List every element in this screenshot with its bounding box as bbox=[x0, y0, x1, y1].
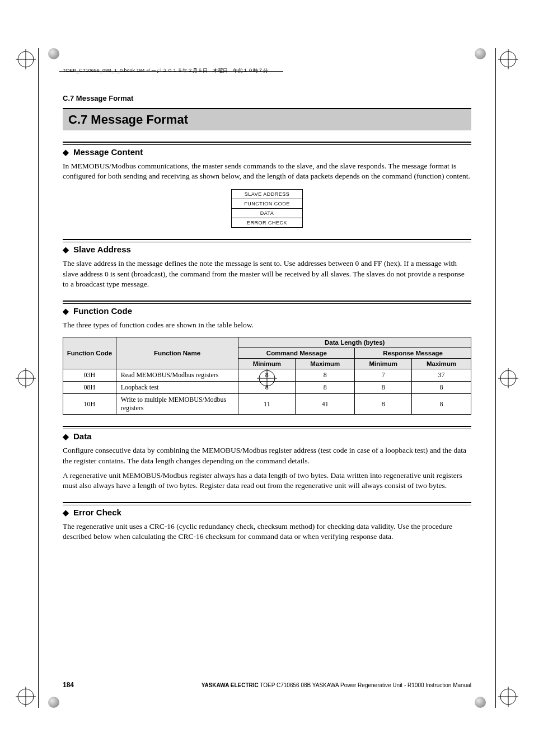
cell-cmin: 11 bbox=[238, 394, 296, 415]
subsection-title: Slave Address bbox=[73, 245, 131, 254]
cell-rmax: 37 bbox=[412, 369, 471, 382]
subsection-heading: ◆ Slave Address bbox=[63, 245, 471, 254]
th-response-message: Response Message bbox=[355, 348, 471, 359]
th-minimum: Minimum bbox=[355, 359, 412, 369]
book-meta-header: TOEP_C710656_08B_1_0.book 184 ページ ２０１５年２… bbox=[63, 67, 268, 74]
cell-name: Write to multiple MEMOBUS/Modbus registe… bbox=[116, 394, 238, 415]
crop-mark-icon bbox=[498, 49, 518, 69]
crop-mark-icon bbox=[16, 368, 36, 388]
th-function-code: Function Code bbox=[63, 337, 116, 369]
function-code-table: Function Code Function Name Data Length … bbox=[63, 337, 471, 415]
rule-divider bbox=[63, 142, 471, 145]
body-text: The regenerative unit uses a CRC-16 (cyc… bbox=[63, 522, 471, 542]
cell-code: 08H bbox=[63, 382, 116, 394]
diamond-icon: ◆ bbox=[63, 307, 69, 316]
diamond-icon: ◆ bbox=[63, 508, 69, 517]
cell-rmin: 8 bbox=[355, 394, 412, 415]
footer-desc: TOEP C710656 08B YASKAWA Power Regenerat… bbox=[259, 682, 471, 688]
th-command-message: Command Message bbox=[238, 348, 355, 359]
table-row: 08H Loopback test 8 8 8 8 bbox=[63, 382, 471, 394]
body-text: The three types of function codes are sh… bbox=[63, 320, 471, 330]
book-meta-text: TOEP_C710656_08B_1_0.book 184 ページ ２０１５年２… bbox=[63, 68, 268, 73]
cell-name: Read MEMOBUS/Modbus registers bbox=[116, 369, 238, 382]
cell-cmax: 41 bbox=[296, 394, 355, 415]
cell-rmin: 7 bbox=[355, 369, 412, 382]
table-row: 10H Write to multiple MEMOBUS/Modbus reg… bbox=[63, 394, 471, 415]
rule-divider bbox=[63, 426, 471, 429]
subsection-heading: ◆ Message Content bbox=[63, 147, 471, 157]
subsection-function-code: ◆ Function Code The three types of funct… bbox=[63, 300, 471, 415]
cell-rmin: 8 bbox=[355, 382, 412, 394]
body-text: A regenerative unit MEMOBUS/Modbus regis… bbox=[63, 471, 471, 491]
subsection-slave-address: ◆ Slave Address The slave address in the… bbox=[63, 239, 471, 289]
message-format-table: SLAVE ADDRESS FUNCTION CODE DATA ERROR C… bbox=[231, 189, 303, 228]
subsection-heading: ◆ Data bbox=[63, 431, 471, 441]
cell-cmin: 8 bbox=[238, 369, 296, 382]
section-title: C.7 Message Format bbox=[63, 108, 471, 130]
th-minimum: Minimum bbox=[238, 359, 296, 369]
trim-line bbox=[495, 48, 496, 708]
th-maximum: Maximum bbox=[296, 359, 355, 369]
crop-mark-icon bbox=[498, 687, 518, 707]
page-footer: 184 YASKAWA ELECTRIC TOEP C710656 08B YA… bbox=[63, 681, 471, 689]
subsection-message-content: ◆ Message Content In MEMOBUS/Modbus comm… bbox=[63, 142, 471, 228]
diamond-icon: ◆ bbox=[63, 245, 69, 254]
subsection-title: Function Code bbox=[73, 306, 132, 316]
table-row: 03H Read MEMOBUS/Modbus registers 8 8 7 … bbox=[63, 369, 471, 382]
cell-name: Loopback test bbox=[116, 382, 238, 394]
body-text: In MEMOBUS/Modbus communications, the ma… bbox=[63, 161, 471, 181]
format-row: DATA bbox=[232, 209, 303, 218]
subsection-heading: ◆ Function Code bbox=[63, 306, 471, 316]
subsection-data: ◆ Data Configure consecutive data by com… bbox=[63, 426, 471, 491]
body-text: Configure consecutive data by combining … bbox=[63, 445, 471, 466]
page-number: 184 bbox=[63, 681, 74, 689]
diamond-icon: ◆ bbox=[63, 148, 69, 157]
crop-ball-icon bbox=[48, 697, 59, 708]
cell-cmax: 8 bbox=[296, 369, 355, 382]
th-data-length: Data Length (bytes) bbox=[238, 337, 471, 348]
crop-mark-icon bbox=[498, 368, 518, 388]
subsection-error-check: ◆ Error Check The regenerative unit uses… bbox=[63, 502, 471, 542]
footer-brand: YASKAWA ELECTRIC bbox=[202, 682, 259, 688]
cell-rmax: 8 bbox=[412, 382, 471, 394]
diamond-icon: ◆ bbox=[63, 432, 69, 441]
crop-ball-icon bbox=[475, 697, 486, 708]
cell-code: 03H bbox=[63, 369, 116, 382]
crop-ball-icon bbox=[48, 48, 59, 59]
crop-mark-icon bbox=[16, 687, 36, 707]
subsection-heading: ◆ Error Check bbox=[63, 508, 471, 517]
cell-cmin: 8 bbox=[238, 382, 296, 394]
rule-divider bbox=[63, 239, 471, 242]
body-text: The slave address in the message defines… bbox=[63, 259, 471, 289]
cell-rmax: 8 bbox=[412, 394, 471, 415]
cell-code: 10H bbox=[63, 394, 116, 415]
format-row: SLAVE ADDRESS bbox=[232, 190, 303, 199]
rule-divider bbox=[63, 502, 471, 505]
footer-text: YASKAWA ELECTRIC TOEP C710656 08B YASKAW… bbox=[202, 682, 471, 688]
rule-divider bbox=[63, 300, 471, 304]
crop-mark-icon bbox=[16, 49, 36, 69]
trim-line bbox=[38, 48, 39, 708]
subsection-title: Message Content bbox=[73, 147, 143, 157]
running-head: C.7 Message Format bbox=[63, 94, 471, 102]
crop-ball-icon bbox=[475, 48, 486, 59]
th-maximum: Maximum bbox=[412, 359, 471, 369]
subsection-title: Error Check bbox=[73, 508, 121, 517]
cell-cmax: 8 bbox=[296, 382, 355, 394]
th-function-name: Function Name bbox=[116, 337, 238, 369]
format-row: ERROR CHECK bbox=[232, 218, 303, 228]
format-row: FUNCTION CODE bbox=[232, 199, 303, 209]
subsection-title: Data bbox=[73, 431, 92, 441]
